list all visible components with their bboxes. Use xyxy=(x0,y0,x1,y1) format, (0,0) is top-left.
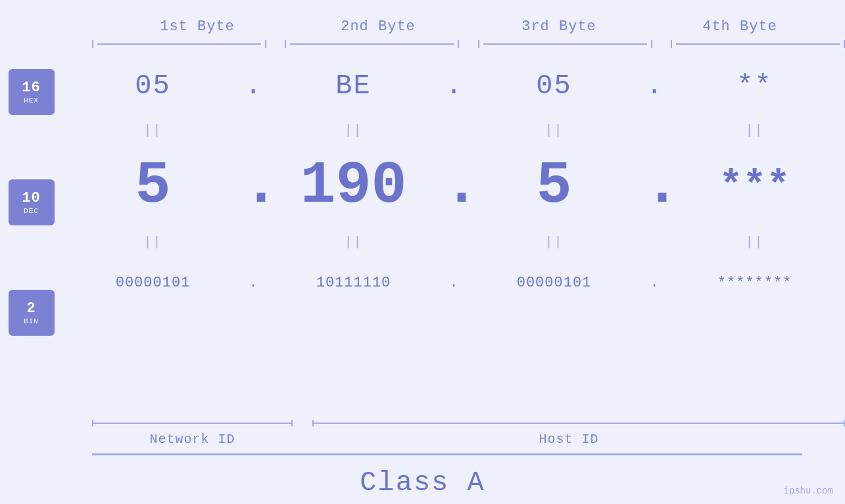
host-bracket-line xyxy=(314,423,844,424)
hex-badge: 16 HEX xyxy=(9,69,55,115)
byte-label-1: 1st Byte xyxy=(107,18,288,35)
hex-dot-2: . xyxy=(444,70,464,102)
watermark: ipshu.com xyxy=(783,486,833,496)
bracket-3 xyxy=(478,40,652,48)
equals-3: || xyxy=(464,123,644,138)
top-bracket-row xyxy=(0,40,845,48)
equals-7: || xyxy=(464,235,644,250)
hex-row: 05 . BE . 05 . ** xyxy=(62,55,845,117)
bin-cell-2: 10111110 xyxy=(263,275,444,291)
bin-badge: 2 BIN xyxy=(9,290,55,336)
network-bracket-line xyxy=(93,423,291,424)
bracket-1 xyxy=(92,40,266,48)
dec-badge-base: DEC xyxy=(24,207,39,215)
id-brackets: Network ID Host ID xyxy=(92,420,845,447)
network-id-label: Network ID xyxy=(149,432,235,447)
dec-cell-1: 5 xyxy=(62,156,243,216)
equals-5: || xyxy=(62,235,243,250)
equals-2: || xyxy=(263,123,444,138)
equals-1: || xyxy=(62,123,243,138)
dec-badge: 10 DEC xyxy=(9,179,55,225)
bin-dot-3: . xyxy=(644,275,664,291)
bin-cell-3: 00000101 xyxy=(464,275,644,291)
equals-8: || xyxy=(664,235,845,250)
dec-dot-2: . xyxy=(444,152,464,219)
bin-badge-base: BIN xyxy=(24,317,39,325)
bin-dot-1: . xyxy=(243,275,263,291)
hex-cell-2: BE xyxy=(263,70,444,102)
hex-badge-base: HEX xyxy=(24,97,39,104)
main-container: 1st Byte 2nd Byte 3rd Byte 4th Byte xyxy=(0,0,845,504)
hex-dot-1: . xyxy=(243,70,263,102)
dec-cell-3: 5 xyxy=(464,156,644,216)
dec-dot-1: . xyxy=(243,152,263,219)
class-label: Class A xyxy=(0,467,845,499)
host-id-section: Host ID xyxy=(293,420,845,447)
bin-dot-2: . xyxy=(444,275,464,291)
network-id-section: Network ID xyxy=(92,420,293,447)
dec-dot-3: . xyxy=(644,152,664,219)
byte-label-3: 3rd Byte xyxy=(469,18,650,35)
host-id-label: Host ID xyxy=(539,432,598,447)
byte-label-4: 4th Byte xyxy=(650,18,831,35)
bin-cell-4: ******** xyxy=(664,275,845,291)
equals-6: || xyxy=(263,235,444,250)
bin-badge-num: 2 xyxy=(26,300,36,317)
dec-row: 5 . 190 . 5 . *** xyxy=(62,143,845,229)
dec-cell-2: 190 xyxy=(263,156,444,216)
dec-badge-num: 10 xyxy=(22,190,40,207)
hex-dot-3: . xyxy=(644,70,664,102)
bracket-2 xyxy=(285,40,459,48)
ip-rows: 05 . BE . 05 . ** || || || || 5 . xyxy=(62,55,845,311)
hex-cell-1: 05 xyxy=(62,70,243,102)
network-bracket xyxy=(92,420,293,426)
hex-cell-3: 05 xyxy=(464,70,644,102)
hex-cell-4: ** xyxy=(664,70,845,102)
host-bracket xyxy=(312,420,845,426)
bottom-brackets-section: Network ID Host ID xyxy=(0,420,845,455)
dec-cell-4: *** xyxy=(664,166,845,206)
bin-cell-1: 00000101 xyxy=(62,275,243,291)
bracket-4 xyxy=(671,40,845,48)
byte-label-2: 2nd Byte xyxy=(288,18,469,35)
equals-row-2: || || || || xyxy=(62,229,845,255)
equals-row-1: || || || || xyxy=(62,117,845,143)
left-badges: 16 HEX 10 DEC 2 BIN xyxy=(0,61,62,344)
bin-row: 00000101 . 10111110 . 00000101 . *******… xyxy=(62,255,845,311)
equals-4: || xyxy=(664,123,845,138)
full-width-line xyxy=(92,453,802,455)
byte-labels-row: 1st Byte 2nd Byte 3rd Byte 4th Byte xyxy=(0,0,845,35)
hex-badge-num: 16 xyxy=(22,80,40,97)
